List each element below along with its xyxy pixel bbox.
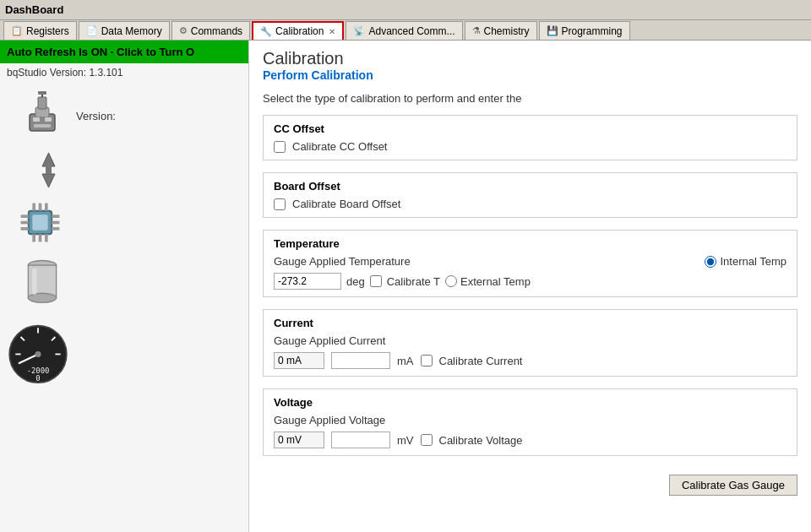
page-title: Calibration xyxy=(263,49,797,68)
calibrate-gas-gauge-button[interactable]: Calibrate Gas Gauge xyxy=(669,475,797,496)
svg-text:0: 0 xyxy=(35,374,40,383)
svg-rect-21 xyxy=(39,204,42,211)
voltage-section: Voltage Gauge Applied Voltage mV Calibra… xyxy=(263,388,797,456)
external-temp-radio-item: External Temp xyxy=(445,275,531,288)
content-area: Calibration Perform Calibration Select t… xyxy=(249,41,811,532)
svg-rect-18 xyxy=(52,221,59,225)
usb-row: Version: xyxy=(0,90,248,141)
tab-calibration[interactable]: 🔧 Calibration ✕ xyxy=(252,21,344,40)
internal-temp-label: Internal Temp xyxy=(720,255,787,268)
calibrate-temp-checkbox[interactable] xyxy=(370,275,382,287)
cc-offset-section: CC Offset Calibrate CC Offset xyxy=(263,115,797,160)
svg-rect-15 xyxy=(21,221,29,225)
sidebar: Auto Refresh Is ON · Click to Turn O bqS… xyxy=(0,41,249,532)
board-offset-title: Board Offset xyxy=(274,180,787,193)
cc-offset-label: Calibrate CC Offset xyxy=(292,140,387,153)
current-input[interactable] xyxy=(331,352,390,369)
board-offset-label: Calibrate Board Offset xyxy=(292,198,400,210)
content-header: Calibration Perform Calibration xyxy=(249,41,811,85)
gauge-row: -2000 0 xyxy=(0,317,248,384)
voltage-unit-label: mV xyxy=(397,434,414,447)
tab-commands[interactable]: ⚙ Commands xyxy=(171,21,250,40)
tab-advanced[interactable]: 📡 Advanced Comm... xyxy=(346,21,462,40)
content-body: Select the type of calibration to perfor… xyxy=(249,85,811,509)
board-offset-checkbox[interactable] xyxy=(274,198,286,210)
app-title-bar: DashBoard xyxy=(0,0,811,20)
calibrate-current-checkbox[interactable] xyxy=(421,355,433,366)
voltage-gauge-label: Gauge Applied Voltage xyxy=(274,414,385,426)
chemistry-tab-icon: ⚗ xyxy=(472,25,481,36)
description-text: Select the type of calibration to perfor… xyxy=(263,92,797,105)
tab-registers-label: Registers xyxy=(26,25,69,37)
internal-temp-radio-item: Internal Temp xyxy=(705,255,787,268)
calibrate-btn-container: Calibrate Gas Gauge xyxy=(263,468,797,496)
registers-tab-icon: 📋 xyxy=(11,25,23,36)
temperature-input-row: deg Calibrate T External Temp xyxy=(274,273,787,290)
cc-offset-checkbox[interactable] xyxy=(274,141,286,153)
svg-rect-17 xyxy=(52,214,59,218)
svg-marker-10 xyxy=(42,174,55,187)
cylinder-row xyxy=(0,256,248,307)
current-input-row: mA Calibrate Current xyxy=(274,352,787,369)
usb-icon xyxy=(17,90,68,141)
svg-rect-13 xyxy=(32,214,47,230)
section-link[interactable]: Perform Calibration xyxy=(263,68,373,82)
voltage-input[interactable] xyxy=(331,432,390,448)
tab-chemistry[interactable]: ⚗ Chemistry xyxy=(465,21,537,40)
version-device-label: Version: xyxy=(76,110,116,122)
voltage-title: Voltage xyxy=(274,396,787,409)
app-title: DashBoard xyxy=(5,3,63,16)
tab-calibration-label: Calibration xyxy=(275,25,324,37)
auto-refresh-label: Auto Refresh Is ON · Click to Turn O xyxy=(7,46,194,58)
svg-rect-11 xyxy=(46,166,52,174)
current-gauge-label: Gauge Applied Current xyxy=(274,334,385,347)
cylinder-icon xyxy=(21,256,63,307)
current-section: Current Gauge Applied Current mA Calibra… xyxy=(263,309,797,377)
temperature-gauge-row: Gauge Applied Temperature Internal Temp xyxy=(274,255,787,268)
advanced-tab-icon: 📡 xyxy=(353,25,365,36)
svg-rect-5 xyxy=(33,117,40,122)
tab-programming[interactable]: 💾 Programming xyxy=(539,21,630,40)
calibrate-voltage-checkbox[interactable] xyxy=(421,434,433,446)
svg-point-28 xyxy=(28,293,56,302)
temperature-title: Temperature xyxy=(274,237,787,250)
svg-rect-7 xyxy=(34,124,51,128)
board-offset-section: Board Offset Calibrate Board Offset xyxy=(263,172,797,218)
svg-rect-25 xyxy=(45,234,48,242)
calibrate-voltage-label: Calibrate Voltage xyxy=(439,434,523,447)
tab-commands-label: Commands xyxy=(191,25,242,37)
temperature-input[interactable] xyxy=(274,273,341,290)
internal-temp-radio[interactable] xyxy=(705,256,716,268)
temperature-section: Temperature Gauge Applied Temperature In… xyxy=(263,230,797,297)
tab-advanced-label: Advanced Comm... xyxy=(368,25,454,37)
tab-bar: 📋 Registers 📄 Data Memory ⚙ Commands 🔧 C… xyxy=(0,20,811,41)
current-title: Current xyxy=(274,317,787,329)
main-layout: Auto Refresh Is ON · Click to Turn O bqS… xyxy=(0,41,811,532)
tab-data-memory[interactable]: 📄 Data Memory xyxy=(79,21,170,40)
svg-marker-8 xyxy=(42,153,55,166)
calibration-tab-close[interactable]: ✕ xyxy=(329,27,335,36)
arrows-icon xyxy=(30,151,68,189)
chip-row xyxy=(0,199,248,246)
svg-rect-23 xyxy=(32,234,35,242)
svg-rect-6 xyxy=(45,117,52,122)
svg-point-37 xyxy=(35,351,41,357)
tab-chemistry-label: Chemistry xyxy=(484,25,530,37)
calibrate-temp-label: Calibrate T xyxy=(387,275,440,288)
tab-data-memory-label: Data Memory xyxy=(101,25,162,37)
auto-refresh-banner[interactable]: Auto Refresh Is ON · Click to Turn O xyxy=(0,41,248,63)
board-offset-row: Calibrate Board Offset xyxy=(274,198,787,210)
external-temp-radio[interactable] xyxy=(445,275,457,287)
svg-rect-4 xyxy=(38,91,46,95)
cc-offset-row: Calibrate CC Offset xyxy=(274,140,787,153)
voltage-input-row: mV Calibrate Voltage xyxy=(274,432,787,448)
svg-rect-2 xyxy=(38,97,46,109)
gauge-icon: -2000 0 xyxy=(4,317,72,384)
sidebar-device-icons: Version: xyxy=(0,82,248,393)
cc-offset-title: CC Offset xyxy=(274,122,787,135)
tab-registers[interactable]: 📋 Registers xyxy=(3,21,77,40)
svg-rect-29 xyxy=(32,269,37,295)
chip-icon xyxy=(17,199,63,246)
svg-rect-14 xyxy=(21,214,29,218)
commands-tab-icon: ⚙ xyxy=(179,25,188,36)
